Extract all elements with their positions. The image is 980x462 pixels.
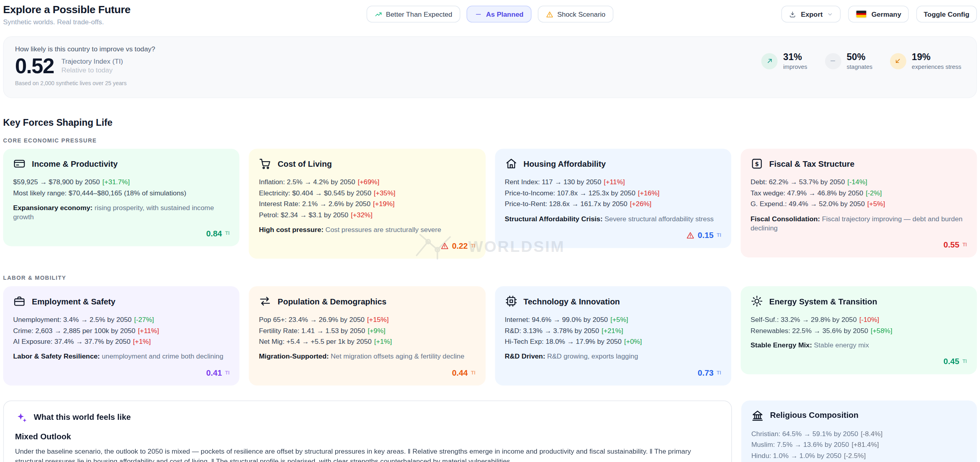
ti-score: 0.73TI: [505, 368, 721, 377]
scenario-label: As Planned: [486, 10, 523, 18]
scenario-label: Shock Scenario: [557, 10, 605, 18]
delta: [+5%]: [867, 200, 885, 207]
scenario-as-planned[interactable]: As Planned: [467, 6, 531, 22]
stat-line: AI Exposure: 37.4% → 37.7% by 2050[+1%]: [13, 336, 230, 347]
card-title: Housing Affordability: [523, 159, 606, 169]
card-title: Religious Composition: [770, 411, 858, 420]
ti-sublabel: Relative to today: [61, 66, 123, 74]
card-population-demographics: Population & Demographics Pop 65+: 23.4%…: [249, 286, 485, 385]
warning-icon: [687, 231, 695, 239]
card-title: Fiscal & Tax Structure: [769, 159, 855, 169]
delta: [+5%]: [610, 316, 628, 323]
download-icon: [789, 10, 796, 18]
delta: [+16%]: [638, 189, 660, 197]
card-title: Employment & Safety: [32, 296, 115, 306]
stat-stress: 19% experiences stress: [890, 52, 961, 70]
delta: [+19%]: [373, 200, 394, 207]
narrative-heading: Mixed Outlook: [15, 431, 720, 441]
stat-line: Fertility Rate: 1.41 → 1.53 by 2050[+9%]: [259, 325, 475, 336]
briefcase-icon: [13, 295, 25, 307]
ti-label: Trajectory Index (TI): [61, 57, 123, 65]
stat-line: $59,925 → $78,900 by 2050[+31.7%]: [13, 177, 230, 187]
stat-value: 50%: [847, 52, 873, 62]
page-subtitle: Synthetic worlds. Real trade-offs.: [3, 18, 131, 26]
scenario-shock[interactable]: Shock Scenario: [538, 6, 613, 22]
country-label: Germany: [871, 10, 901, 18]
stat-value: 31%: [783, 52, 808, 62]
cart-icon: [259, 158, 271, 170]
card-title: Cost of Living: [278, 159, 332, 169]
minus-icon: [475, 10, 482, 18]
scenario-better-than-expected[interactable]: Better Than Expected: [367, 6, 461, 22]
delta: [+0%]: [624, 337, 642, 345]
card-summary: Expansionary economy: rising prosperity,…: [13, 203, 230, 222]
delta: [+69%]: [358, 178, 379, 186]
group-label-core-economic: CORE ECONOMIC PRESSURE: [3, 137, 977, 144]
dashboard: Explore a Possible Future Synthetic worl…: [0, 0, 980, 462]
delta: [+9%]: [368, 326, 386, 334]
toggle-config-label: Toggle Config: [924, 10, 970, 18]
germany-flag-icon: [856, 10, 867, 18]
stat-line: Internet: 94.6% → 99.0% by 2050[+5%]: [505, 314, 721, 325]
delta: [+11%]: [138, 326, 159, 334]
country-selector[interactable]: Germany: [848, 6, 909, 22]
stat-line: Petrol: $2.34 → $3.1 by 2050[+32%]: [259, 210, 475, 220]
toggle-config-button[interactable]: Toggle Config: [916, 6, 977, 22]
stat-line: Pop 65+: 23.4% → 26.9% by 2050[+15%]: [259, 314, 475, 325]
title-block: Explore a Possible Future Synthetic worl…: [3, 4, 131, 25]
forces-row-2: Employment & Safety Unemployment: 3.4% →…: [3, 286, 977, 385]
card-summary: Structural Affordability Crisis: Severe …: [505, 214, 721, 224]
delta: [-14%]: [847, 178, 867, 186]
stat-line: R&D: 3.13% → 3.78% by 2050[+21%]: [505, 325, 721, 336]
delta: [+1%]: [133, 337, 151, 345]
stat-line: Hindu: 1.0% → 1.0% by 2050[-2.5%]: [751, 450, 967, 461]
card-technology-innovation: Technology & Innovation Internet: 94.6% …: [495, 286, 731, 385]
ti-score: 0.15TI: [505, 230, 721, 240]
ti-score: 0.45TI: [750, 357, 967, 366]
delta: [-2.5%]: [844, 451, 866, 459]
card-title: Technology & Innovation: [523, 296, 620, 306]
stat-line: Inflation: 2.5% → 4.2% by 2050[+69%]: [259, 177, 475, 187]
card-title: Population & Demographics: [278, 296, 387, 306]
migration-arrows-icon: [259, 295, 271, 307]
card-housing-affordability: Housing Affordability Rent Index: 117 → …: [495, 149, 731, 248]
scenario-switcher: Better Than Expected As Planned Shock Sc…: [367, 6, 613, 22]
delta: [+1%]: [374, 337, 392, 345]
stat-label: improves: [783, 63, 808, 70]
stat-value: 19%: [912, 52, 961, 62]
card-employment-safety: Employment & Safety Unemployment: 3.4% →…: [3, 286, 240, 385]
narrative-title: What this world feels like: [34, 412, 131, 422]
export-button[interactable]: Export: [781, 6, 841, 22]
ti-score: 0.44TI: [259, 368, 475, 377]
chevron-down-icon: [827, 11, 834, 17]
cpu-icon: [505, 295, 517, 307]
stat-line: Tax wedge: 47.9% → 46.8% by 2050[-2%]: [750, 188, 967, 199]
ti-score: 0.22TI: [259, 241, 475, 251]
delta: [+21%]: [601, 326, 623, 334]
card-title: Income & Productivity: [32, 159, 118, 169]
stat-line: Renewables: 22.5% → 35.6% by 2050[+58%]: [750, 325, 967, 336]
delta: [+58%]: [871, 326, 892, 334]
delta: [-27%]: [134, 316, 154, 323]
delta: [+15%]: [367, 316, 388, 323]
delta: [+32%]: [351, 211, 372, 218]
group-label-labor-mobility: LABOR & MOBILITY: [3, 275, 977, 281]
svg-text:$: $: [755, 161, 759, 167]
page-title: Explore a Possible Future: [3, 4, 131, 16]
stat-line: Electricity: $0.404 → $0.545 by 2050[+35…: [259, 188, 475, 199]
delta: [+35%]: [374, 189, 395, 197]
card-title: Energy System & Transition: [769, 296, 877, 306]
bottom-row: What this world feels like Mixed Outlook…: [3, 400, 977, 462]
card-energy-transition: Energy System & Transition Self-Suf.: 33…: [740, 286, 977, 374]
card-cost-of-living: Cost of Living Inflation: 2.5% → 4.2% by…: [249, 149, 485, 259]
temple-icon: [751, 409, 763, 421]
card-summary: Fiscal Consolidation: Fiscal trajectory …: [750, 214, 967, 233]
stat-line: Price-to-Rent: 128.6x → 161.7x by 2050[+…: [505, 199, 721, 209]
home-icon: [505, 158, 517, 170]
stat-stagnates: 50% stagnates: [825, 52, 873, 70]
delta: [-2%]: [866, 189, 882, 197]
delta: [+11%]: [604, 178, 625, 186]
stat-line: G. Expend.: 49.4% → 52.0% by 2050[+5%]: [750, 199, 967, 209]
wallet-icon: [13, 158, 25, 170]
stat-line: Christian: 64.5% → 59.1% by 2050[-8.4%]: [751, 428, 967, 439]
